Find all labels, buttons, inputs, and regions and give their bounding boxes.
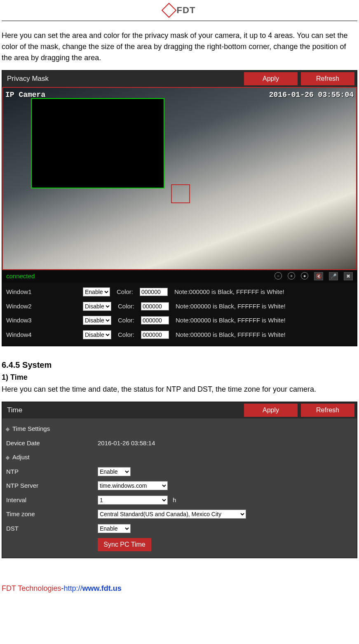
sync-row: Sync PC Time: [6, 536, 353, 554]
mask-area-1[interactable]: [31, 98, 164, 188]
settings-icon[interactable]: ✖: [344, 272, 353, 280]
time-panel-title: Time: [5, 405, 241, 416]
group-time-settings: Time Settings: [6, 422, 353, 436]
device-date-row: Device Date 2016-01-26 03:58:14: [6, 436, 353, 451]
section-description: Here you can set the time and date, the …: [2, 384, 357, 395]
interval-select[interactable]: 1: [98, 496, 168, 505]
mask-area-2[interactable]: [171, 184, 190, 203]
camera-preview[interactable]: IP Camera 2016-01-26 03:55:04: [2, 87, 357, 270]
brand-text: FDT: [177, 3, 196, 17]
mask-window-row: Window1 Enable Color: Note:000000 is Bla…: [5, 285, 354, 299]
ntp-row: NTP Enable: [6, 465, 353, 479]
color-note: Note:000000 is Black, FFFFFF is White!: [176, 316, 286, 325]
timezone-select[interactable]: Central Standard(US and Canada), Mexico …: [98, 510, 246, 519]
privacy-mask-header: Privacy Mask Apply Refresh: [2, 71, 357, 87]
record-icon[interactable]: ●: [301, 272, 308, 280]
mic-off-icon[interactable]: 🎤: [329, 272, 338, 280]
refresh-button[interactable]: Refresh: [301, 72, 354, 85]
color-note: Note:000000 is Black, FFFFFF is White!: [176, 302, 286, 311]
privacy-mask-panel: Privacy Mask Apply Refresh IP Camera 201…: [2, 70, 357, 347]
color-input[interactable]: [140, 288, 168, 296]
ntp-select[interactable]: Enable: [98, 467, 131, 476]
section-heading: 6.4.5 System: [2, 359, 357, 371]
color-note: Note:000000 is Black, FFFFFF is White!: [176, 330, 286, 340]
refresh-button[interactable]: Refresh: [301, 404, 354, 417]
mask-window-row: Window2 Disable Color: Note:000000 is Bl…: [5, 299, 354, 314]
time-settings-body: Time Settings Device Date 2016-01-26 03:…: [2, 418, 357, 558]
mask-window-list: Window1 Enable Color: Note:000000 is Bla…: [2, 282, 357, 346]
connection-status: connected: [6, 272, 275, 281]
mask-window-row: Window3 Disable Color: Note:000000 is Bl…: [5, 313, 354, 328]
color-label: Color:: [118, 302, 134, 311]
footer-domain[interactable]: www.fdt.us: [82, 584, 121, 592]
group-adjust: Adjust: [6, 450, 353, 465]
window-enable-select[interactable]: Disable: [83, 316, 111, 325]
ntp-server-label: NTP Server: [6, 481, 93, 491]
camera-timestamp: 2016-01-26 03:55:04: [269, 89, 354, 101]
color-input[interactable]: [141, 316, 169, 324]
color-input[interactable]: [141, 302, 169, 310]
color-input[interactable]: [141, 331, 169, 339]
video-status-bar: connected − + ● 🔇 🎤 ✖: [2, 270, 357, 283]
page-footer: FDT Technologies-http://www.fdt.us: [2, 583, 357, 594]
intro-paragraph: Here you can set the area and color for …: [2, 30, 357, 63]
brand-logo: FDT: [164, 3, 196, 17]
window-enable-select[interactable]: Disable: [83, 302, 111, 311]
window-name: Window2: [6, 302, 76, 311]
timezone-label: Time zone: [6, 510, 93, 519]
video-controls: − + ● 🔇 🎤 ✖: [275, 272, 353, 280]
time-panel-header: Time Apply Refresh: [2, 402, 357, 418]
dst-select[interactable]: Enable: [98, 524, 131, 533]
apply-button[interactable]: Apply: [244, 72, 298, 85]
subsection-heading: 1) Time: [2, 372, 357, 383]
footer-company: FDT Technologies: [2, 584, 61, 592]
timezone-row: Time zone Central Standard(US and Canada…: [6, 507, 353, 522]
window-name: Window4: [6, 330, 76, 340]
brand-icon: [161, 2, 176, 18]
sync-pc-time-button[interactable]: Sync PC Time: [98, 538, 151, 551]
privacy-mask-title: Privacy Mask: [5, 73, 241, 84]
window-name: Window3: [6, 316, 76, 325]
time-panel: Time Apply Refresh Time Settings Device …: [2, 402, 357, 558]
window-enable-select[interactable]: Enable: [83, 287, 110, 296]
ntp-label: NTP: [6, 467, 93, 477]
dst-label: DST: [6, 524, 93, 534]
page-header: FDT: [2, 3, 357, 21]
apply-button[interactable]: Apply: [244, 404, 298, 417]
zoom-in-icon[interactable]: +: [288, 272, 295, 280]
window-enable-select[interactable]: Disable: [83, 330, 111, 339]
interval-row: Interval 1 h: [6, 493, 353, 508]
color-label: Color:: [118, 330, 134, 340]
diamond-icon: [6, 456, 10, 460]
window-name: Window1: [6, 287, 76, 297]
device-date-label: Device Date: [6, 439, 93, 448]
mute-icon[interactable]: 🔇: [314, 272, 323, 280]
interval-unit: h: [173, 496, 176, 505]
dst-row: DST Enable: [6, 522, 353, 536]
footer-proto: http://: [63, 584, 82, 592]
zoom-out-icon[interactable]: −: [275, 272, 282, 280]
color-note: Note:000000 is Black, FFFFFF is White!: [174, 287, 284, 297]
ntp-server-select[interactable]: time.windows.com: [98, 481, 168, 490]
ntp-server-row: NTP Server time.windows.com: [6, 479, 353, 493]
color-label: Color:: [117, 287, 133, 297]
mask-window-row: Window4 Disable Color: Note:000000 is Bl…: [5, 328, 354, 342]
diamond-icon: [6, 428, 10, 432]
device-date-value: 2016-01-26 03:58:14: [98, 439, 155, 448]
color-label: Color:: [118, 316, 134, 325]
interval-label: Interval: [6, 496, 93, 505]
